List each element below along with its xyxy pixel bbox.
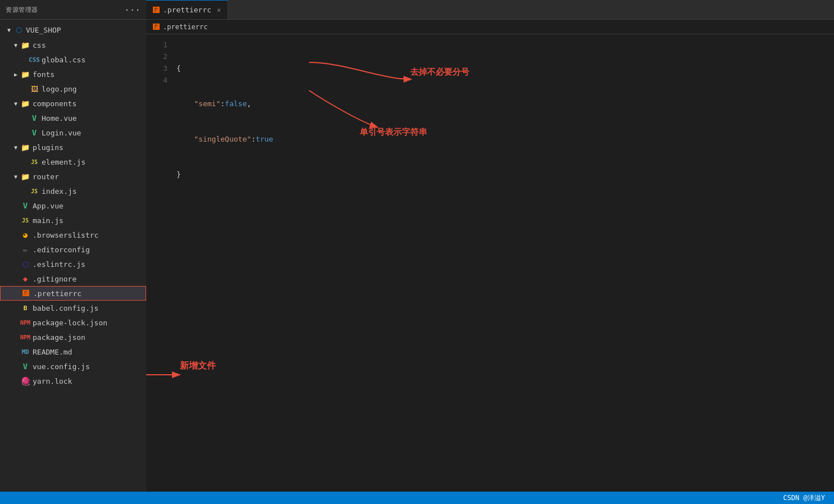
babel-label: babel.config.js [33, 304, 98, 312]
sidebar-item-css-folder[interactable]: ▼ 📁 css [0, 38, 146, 52]
sidebar-item-package[interactable]: ▶ NPM package.json [0, 330, 146, 344]
breadcrumb-text: .prettierrc [163, 23, 207, 31]
tab-label: .prettierrc [163, 6, 211, 14]
sidebar-item-fonts-folder[interactable]: ▶ 📁 fonts [0, 67, 146, 81]
sidebar-item-components-folder[interactable]: ▼ 📁 components [0, 96, 146, 111]
root-chevron: ▼ [4, 27, 13, 33]
components-icon: 📁 [20, 98, 30, 108]
router-icon: 📁 [20, 171, 30, 181]
tab-close-button[interactable]: × [217, 6, 221, 14]
index-js-icon: JS [29, 186, 39, 196]
breadcrumb-bar: 🅿 .prettierrc [146, 20, 834, 34]
sidebar-item-vue-config[interactable]: ▶ V vue.config.js [0, 359, 146, 374]
eslintrc-label: .eslintrc.js [33, 260, 85, 269]
sidebar-item-babel[interactable]: ▶ B babel.config.js [0, 301, 146, 315]
tab-prettierrc[interactable]: 🅿 .prettierrc × [146, 0, 228, 19]
browsers-icon: ◕ [20, 230, 30, 240]
prettier-icon: 🅿 [21, 288, 31, 298]
logo-icon: 🖼 [29, 84, 39, 94]
root-label: VUE_SHOP [26, 26, 61, 34]
components-label: components [33, 99, 76, 108]
sidebar-item-gitignore[interactable]: ▶ ◆ .gitignore [0, 271, 146, 286]
css-folder-label: css [33, 41, 46, 49]
sidebar-item-login-vue[interactable]: ▶ V Login.vue [0, 125, 146, 140]
logo-label: logo.png [42, 85, 77, 93]
vue-config-label: vue.config.js [33, 362, 90, 371]
fonts-label: fonts [33, 70, 55, 79]
home-vue-icon: V [29, 113, 39, 123]
sidebar-item-index-js[interactable]: ▶ JS index.js [0, 184, 146, 198]
sidebar-item-readme[interactable]: ▶ MD README.md [0, 344, 146, 359]
package-lock-icon: NPM [20, 317, 30, 328]
sidebar-item-global-css[interactable]: ▶ CSS global.css [0, 52, 146, 67]
fonts-chevron: ▶ [11, 71, 20, 78]
sidebar-item-element-js[interactable]: ▶ JS element.js [0, 155, 146, 169]
breadcrumb-icon: 🅿 [153, 23, 160, 31]
sidebar-title: 资源管理器 [6, 6, 38, 14]
element-js-label: element.js [42, 158, 85, 166]
login-vue-label: Login.vue [42, 129, 81, 137]
top-bar: 资源管理器 ··· 🅿 .prettierrc × [0, 0, 834, 20]
plugins-icon: 📁 [20, 142, 30, 152]
sidebar-item-yarn[interactable]: ▶ 🧶 yarn.lock [0, 374, 146, 388]
plugins-chevron: ▼ [11, 144, 20, 151]
bottom-bar: CSDN @洋溢Y [0, 492, 834, 504]
sidebar-item-editorconfig[interactable]: ▶ ✏ .editorconfig [0, 242, 146, 257]
fonts-icon: 📁 [20, 69, 30, 79]
editorconfig-icon: ✏ [20, 244, 30, 255]
yarn-icon: 🧶 [20, 376, 30, 386]
sidebar-item-router-folder[interactable]: ▼ 📁 router [0, 169, 146, 184]
app-vue-icon: V [20, 201, 30, 211]
sidebar-item-home-vue[interactable]: ▶ V Home.vue [0, 111, 146, 125]
tab-bar: 🅿 .prettierrc × [146, 0, 834, 19]
babel-icon: B [20, 303, 30, 313]
root-item[interactable]: ▼ ⬡ VUE_SHOP [0, 22, 146, 38]
global-css-label: global.css [42, 56, 85, 64]
element-js-icon: JS [29, 157, 39, 167]
plugins-label: plugins [33, 143, 64, 152]
sidebar-item-eslintrc[interactable]: ▶ ⬡ .eslintrc.js [0, 257, 146, 271]
home-vue-label: Home.vue [42, 114, 77, 122]
app-vue-label: App.vue [33, 202, 64, 210]
sidebar-item-logo[interactable]: ▶ 🖼 logo.png [0, 81, 146, 96]
router-label: router [33, 172, 59, 181]
editor-content[interactable]: 1 2 3 4 { "semi":false, "singleQuote":tr… [146, 34, 834, 492]
tab-file-icon: 🅿 [153, 6, 160, 14]
sidebar-item-plugins-folder[interactable]: ▼ 📁 plugins [0, 140, 146, 155]
eslint-icon: ⬡ [20, 259, 30, 269]
sidebar-item-prettierrc[interactable]: ▶ 🅿 .prettierrc [0, 286, 146, 301]
editorconfig-label: .editorconfig [33, 246, 90, 254]
css-file-icon: CSS [29, 55, 39, 65]
prettierrc-label: .prettierrc [33, 289, 81, 298]
css-folder-chevron: ▼ [11, 42, 20, 48]
package-lock-label: package-lock.json [33, 319, 107, 327]
router-chevron: ▼ [11, 174, 20, 180]
sidebar-item-package-lock[interactable]: ▶ NPM package-lock.json [0, 315, 146, 330]
sidebar-item-browserslistrc[interactable]: ▶ ◕ .browserslistrc [0, 228, 146, 242]
git-icon: ◆ [20, 274, 30, 284]
readme-label: README.md [33, 348, 72, 356]
package-icon: NPM [20, 332, 30, 342]
sidebar-item-app-vue[interactable]: ▶ V App.vue [0, 198, 146, 213]
sidebar: ▼ ⬡ VUE_SHOP ▼ 📁 css ▶ CSS global.css ▶ … [0, 20, 146, 492]
package-label: package.json [33, 333, 85, 342]
bottom-text: CSDN @洋溢Y [783, 493, 825, 503]
sidebar-item-main-js[interactable]: ▶ JS main.js [0, 213, 146, 228]
root-icon: ⬡ [13, 25, 24, 35]
editor-area: 🅿 .prettierrc 1 2 3 4 { "semi":false, "s… [146, 20, 834, 492]
css-folder-icon: 📁 [20, 40, 30, 50]
markdown-icon: MD [20, 347, 30, 357]
gitignore-label: .gitignore [33, 275, 76, 283]
sidebar-menu-button[interactable]: ··· [124, 4, 140, 15]
vue-config-icon: V [20, 361, 30, 371]
main-js-icon: JS [20, 215, 30, 225]
main-area: ▼ ⬡ VUE_SHOP ▼ 📁 css ▶ CSS global.css ▶ … [0, 20, 834, 492]
login-vue-icon: V [29, 128, 39, 138]
code-display: { "semi":false, "singleQuote":true } [174, 34, 834, 492]
components-chevron: ▼ [11, 101, 20, 107]
sidebar-title-area: 资源管理器 ··· [0, 0, 146, 19]
index-js-label: index.js [42, 187, 77, 196]
main-js-label: main.js [33, 216, 64, 225]
line-numbers: 1 2 3 4 [146, 34, 174, 492]
browserslistrc-label: .browserslistrc [33, 231, 98, 239]
